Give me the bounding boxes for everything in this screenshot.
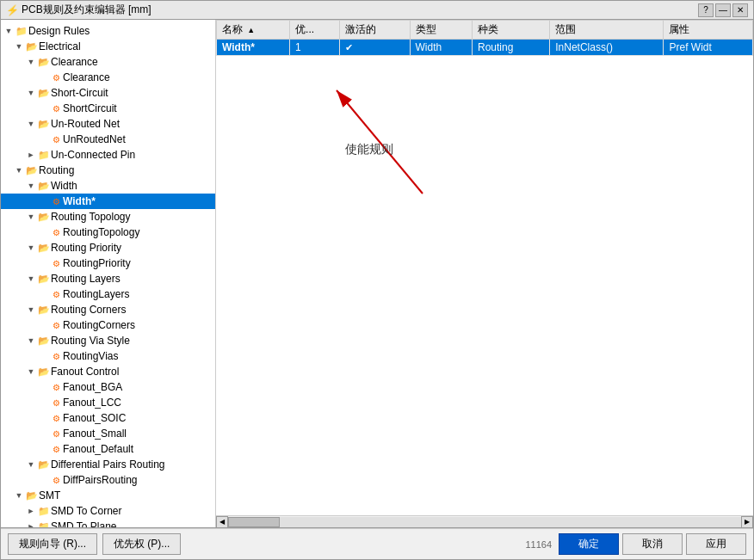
tree-item-routingtopology[interactable]: ⚙ RoutingTopology [1,225,215,240]
tree-item-smt[interactable]: ▼ 📂 SMT [1,488,215,503]
rule-icon: ⚙ [49,71,63,84]
title-bar: ⚡ PCB规则及约束编辑器 [mm] ? — ✕ [1,1,753,20]
tree-item-diff-pairs[interactable]: ▼ 📂 Differential Pairs Routing [1,457,215,472]
col-category[interactable]: 种类 [473,21,550,40]
col-type[interactable]: 类型 [410,21,473,40]
main-content: ▼ 📁 Design Rules ▼ 📂 Electrical ▼ 📂 Cle [1,20,753,528]
rules-table-area: 名称 ▲ 优... 激活的 类型 种类 范围 属性 [216,20,753,56]
expand-icon[interactable]: ▼ [13,164,25,176]
ok-button[interactable]: 确定 [559,533,619,555]
center-hint-area: 使能规则 [216,56,753,515]
expand-icon[interactable]: ▼ [3,25,15,37]
tree-item-fanout-lcc[interactable]: ⚙ Fanout_LCC [1,395,215,410]
tree-item-routing-via-style[interactable]: ▼ 📂 Routing Via Style [1,333,215,348]
minimize-button[interactable]: — [715,3,731,17]
expand-icon[interactable]: ▼ [25,366,37,378]
expand-icon[interactable]: ▼ [13,489,25,502]
tree-label: Fanout Control [51,366,119,378]
tree-item-clearance[interactable]: ⚙ Clearance [1,70,215,85]
tree-container[interactable]: ▼ 📁 Design Rules ▼ 📂 Electrical ▼ 📂 Cle [1,20,215,527]
no-expand [37,133,49,145]
scrollbar-track[interactable] [228,517,741,527]
tree-item-routinglayers[interactable]: ⚙ RoutingLayers [1,286,215,302]
tree-item-routing[interactable]: ▼ 📂 Routing [1,163,215,178]
tree-item-routingcorners[interactable]: ⚙ RoutingCorners [1,317,215,333]
expand-icon[interactable]: ► [25,149,37,161]
folder-icon: 📂 [37,272,51,286]
tree-label: Routing Priority [51,242,121,254]
tree-item-routing-priority[interactable]: ▼ 📂 Routing Priority [1,240,215,255]
scroll-left-btn[interactable]: ◀ [216,516,228,528]
hint-text: 使能规则 [345,142,393,157]
expand-icon[interactable]: ▼ [25,458,37,471]
tree-item-fanout-bga[interactable]: ⚙ Fanout_BGA [1,379,215,395]
tree-label: Routing Via Style [51,335,130,347]
apply-button[interactable]: 应用 [686,533,746,555]
folder-icon: 📂 [37,458,51,471]
folder-icon: 📁 [37,520,51,527]
tree-item-clearance-group[interactable]: ▼ 📂 Clearance [1,54,215,70]
expand-icon[interactable]: ▼ [25,87,37,99]
expand-icon[interactable]: ► [25,520,37,527]
tree-item-smd-plane[interactable]: ► 📁 SMD To Plane [1,519,215,527]
expand-icon[interactable]: ▼ [13,40,25,52]
horizontal-scrollbar[interactable]: ◀ ▶ [216,515,753,527]
rule-wizard-button[interactable]: 规则向导 (R)... [8,533,97,555]
scroll-right-btn[interactable]: ▶ [741,516,753,528]
tree-item-fanout-control[interactable]: ▼ 📂 Fanout Control [1,364,215,379]
tree-item-width-group[interactable]: ▼ 📂 Width [1,178,215,194]
check-icon[interactable]: ✔ [345,42,353,52]
tree-item-fanout-soic[interactable]: ⚙ Fanout_SOIC [1,410,215,426]
no-expand [37,257,49,269]
priority-button[interactable]: 优先权 (P)... [102,533,181,555]
close-button[interactable]: ✕ [732,3,748,17]
tree-item-fanout-default[interactable]: ⚙ Fanout_Default [1,441,215,457]
tree-label: RoutingCorners [63,319,135,331]
tree-item-unroutednet[interactable]: ⚙ UnRoutedNet [1,132,215,147]
no-expand [37,195,49,207]
col-priority[interactable]: 优... [290,21,340,40]
cell-category: Routing [473,40,550,56]
no-expand [37,71,49,83]
tree-item-routingvias[interactable]: ⚙ RoutingVias [1,348,215,364]
tree-item-short-circuit[interactable]: ▼ 📂 Short-Circuit [1,85,215,101]
expand-icon[interactable]: ▼ [25,118,37,130]
tree-item-routing-topology[interactable]: ▼ 📂 Routing Topology [1,209,215,225]
col-scope[interactable]: 范围 [550,21,664,40]
expand-icon[interactable]: ▼ [25,273,37,285]
tree-item-width[interactable]: ⚙ Width* [1,194,215,209]
expand-icon[interactable]: ▼ [25,180,37,192]
col-name[interactable]: 名称 ▲ [217,21,290,40]
tree-label: Electrical [39,40,81,52]
tree-item-un-connected[interactable]: ► 📁 Un-Connected Pin [1,147,215,163]
tree-item-shortcircuit[interactable]: ⚙ ShortCircuit [1,101,215,116]
folder-icon: 📂 [37,179,51,193]
expand-icon[interactable]: ► [25,505,37,517]
tree-item-routingpriority[interactable]: ⚙ RoutingPriority [1,255,215,271]
rule-icon: ⚙ [49,442,63,456]
no-expand [37,350,49,362]
tree-item-routing-corners[interactable]: ▼ 📂 Routing Corners [1,302,215,317]
expand-icon[interactable]: ▼ [25,242,37,254]
tree-item-diffpairs[interactable]: ⚙ DiffPairsRouting [1,472,215,488]
tree-item-smd-corner[interactable]: ► 📁 SMD To Corner [1,503,215,519]
expand-icon[interactable]: ▼ [25,211,37,223]
expand-icon[interactable]: ▼ [25,335,37,347]
tree-item-electrical[interactable]: ▼ 📂 Electrical [1,39,215,54]
col-attr[interactable]: 属性 [664,21,753,40]
expand-icon[interactable]: ▼ [25,56,37,68]
folder-icon: 📂 [37,334,51,348]
folder-icon: 📂 [25,40,39,53]
rule-icon: ⚙ [49,256,63,270]
table-row[interactable]: Width* 1 ✔ Width Routing InNetClass() Pr… [217,40,753,56]
tree-item-fanout-small[interactable]: ⚙ Fanout_Small [1,426,215,441]
cancel-button[interactable]: 取消 [622,533,683,555]
tree-item-routing-layers[interactable]: ▼ 📂 Routing Layers [1,271,215,286]
scrollbar-thumb[interactable] [228,517,280,527]
tree-item-un-routed[interactable]: ▼ 📂 Un-Routed Net [1,116,215,132]
tree-item-design-rules[interactable]: ▼ 📁 Design Rules [1,23,215,39]
col-active[interactable]: 激活的 [340,21,410,40]
expand-icon[interactable]: ▼ [25,304,37,316]
help-button[interactable]: ? [698,3,714,17]
no-expand [37,288,49,300]
